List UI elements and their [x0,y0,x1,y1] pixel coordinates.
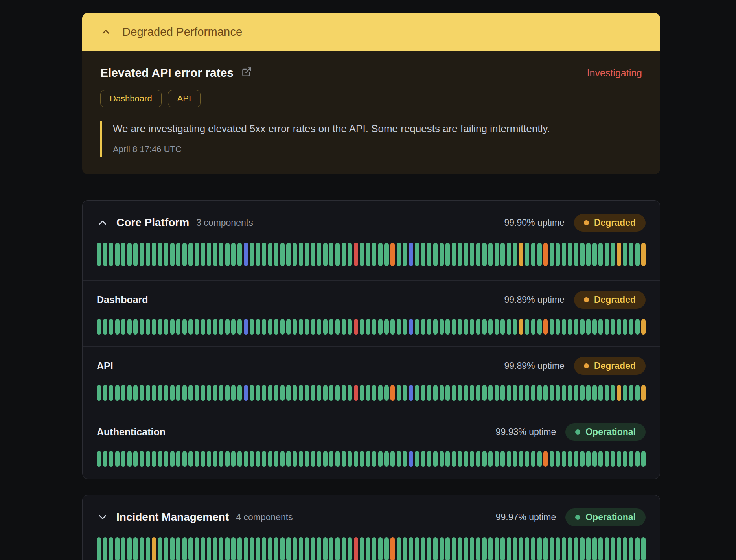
uptime-bar [421,385,425,401]
uptime-bar [335,451,340,467]
uptime-bar [623,319,627,335]
uptime-bar [366,385,370,401]
uptime-bar [342,451,346,467]
uptime-bar [556,243,560,266]
uptime-bar [195,319,199,335]
uptime-bar [176,385,180,401]
uptime-bar [311,319,315,335]
uptime-bar [164,385,168,401]
uptime-bar [311,243,315,266]
status-badge-label: Operational [585,512,636,523]
external-link-icon[interactable] [241,66,252,80]
uptime-bar [317,243,321,266]
status-dot-icon [584,297,589,302]
uptime-bar [464,319,468,335]
uptime-bar [598,385,603,401]
uptime-bar [390,243,395,266]
group-name: Core Platform [116,216,189,229]
uptime-bar [605,451,609,467]
uptime-bar [256,243,260,266]
uptime-bar [268,537,272,560]
uptime-bar [231,537,236,560]
uptime-bar [97,385,101,401]
uptime-bar [641,319,646,335]
uptime-bar [519,451,523,467]
uptime-bar [586,385,591,401]
uptime-bar [598,451,603,467]
uptime-bar [415,385,419,401]
uptime-bar [299,243,303,266]
incident-update-timestamp: April 8 17:46 UTC [113,144,642,155]
uptime-bar [195,451,199,467]
uptime-bar [262,451,266,467]
uptime-bar [531,243,535,266]
uptime-bar [568,451,572,467]
uptime-bar [237,319,242,335]
uptime-bar [470,537,474,560]
uptime-bar [366,243,370,266]
uptime-bar [372,243,376,266]
uptime-bar [299,537,303,560]
uptime-bar [482,319,486,335]
uptime-bar [213,243,217,266]
uptime-bar [574,385,578,401]
uptime-bar [335,243,340,266]
uptime-bar [568,537,572,560]
uptime-bar [458,385,462,401]
uptime-bar [201,451,205,467]
uptime-bar [231,243,236,266]
uptime-bar [354,385,358,401]
incident-banner[interactable]: Degraded Performance [82,13,660,51]
group-name: Incident Management [116,511,229,523]
uptime-bar [397,537,401,560]
uptime-bar [231,319,236,335]
uptime-bar [421,451,425,467]
uptime-bar [280,451,285,467]
uptime-bar [611,243,615,266]
uptime-bar [372,537,376,560]
uptime-bar [452,319,456,335]
chevron-up-icon[interactable] [97,217,109,228]
uptime-bar [488,319,493,335]
uptime-bar [586,451,591,467]
uptime-bar [482,385,486,401]
uptime-bar [152,385,156,401]
chevron-down-icon[interactable] [97,511,109,523]
uptime-bar [188,243,193,266]
uptime-bar [231,451,236,467]
uptime-bar [360,243,364,266]
uptime-bar [262,385,266,401]
uptime-bar [500,451,505,467]
uptime-bar [109,537,113,560]
uptime-bar [268,319,272,335]
uptime-bar [237,451,242,467]
status-dot-icon [575,429,580,435]
group-header[interactable]: Core Platform 3 components 99.90% uptime… [97,214,646,232]
uptime-bar [121,243,125,266]
uptime-bar [280,537,285,560]
uptime-bar [452,537,456,560]
uptime-bar [146,451,150,467]
uptime-bar [103,537,107,560]
uptime-bar [629,385,633,401]
uptime-bar [635,319,640,335]
chevron-up-icon[interactable] [100,26,111,37]
uptime-bar [158,319,162,335]
uptime-bar [195,243,199,266]
uptime-bar [445,451,450,467]
uptime-bar [513,537,517,560]
component-name: Authentication [97,426,166,438]
group-header[interactable]: Incident Management 4 components 99.97% … [97,508,646,526]
uptime-bar [207,319,211,335]
uptime-bar [225,537,230,560]
uptime-bar [372,319,376,335]
uptime-bar [458,243,462,266]
uptime-bar [146,385,150,401]
uptime-bar [305,243,309,266]
uptime-bar [384,243,388,266]
uptime-bar [293,537,297,560]
uptime-bar [219,451,223,467]
uptime-bar [464,451,468,467]
uptime-bar [623,537,627,560]
uptime-bar [146,537,150,560]
